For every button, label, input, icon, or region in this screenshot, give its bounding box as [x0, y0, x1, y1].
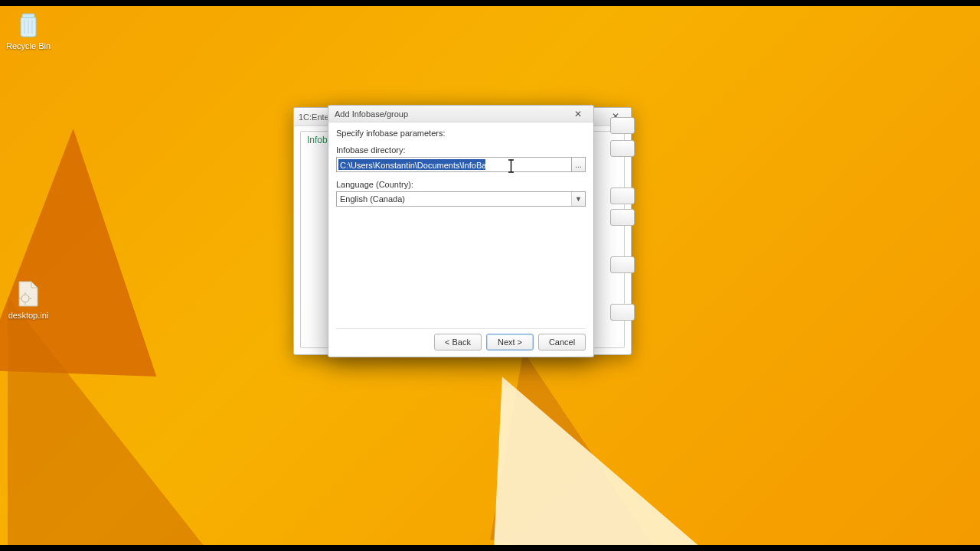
launcher-side-button[interactable]	[610, 187, 635, 204]
launcher-side-button[interactable]	[610, 117, 635, 134]
divider	[336, 328, 586, 329]
svg-rect-1	[22, 14, 34, 18]
launcher-side-button[interactable]	[610, 256, 635, 273]
desktop-ini-label: desktop.ini	[2, 311, 55, 320]
language-select[interactable]: English (Canada) ▼	[336, 191, 586, 207]
wizard-titlebar[interactable]: Add Infobase/group ✕	[328, 106, 593, 122]
wallpaper-shape	[487, 370, 707, 545]
wizard-instruction: Specify infobase parameters:	[336, 129, 586, 138]
file-glyph	[13, 279, 44, 309]
next-button[interactable]: Next >	[486, 334, 534, 350]
next-button-label: Next >	[498, 337, 522, 347]
letterbox-bottom	[0, 545, 980, 551]
add-infobase-window[interactable]: Add Infobase/group ✕ Specify infobase pa…	[328, 105, 594, 357]
language-label: Language (Country):	[336, 180, 586, 189]
infobases-label: Infob	[307, 135, 328, 145]
launcher-title: 1C:Enter	[299, 112, 332, 122]
cancel-button[interactable]: Cancel	[538, 334, 586, 350]
recycle-bin-glyph	[13, 9, 44, 40]
infobase-directory-value: C:\Users\Konstantin\Documents\InfoBase2	[338, 159, 485, 170]
wizard-button-row: < Back Next > Cancel	[434, 334, 586, 350]
wizard-title: Add Infobase/group	[335, 109, 408, 119]
ellipsis-icon: ...	[575, 161, 581, 169]
back-button-label: < Back	[445, 337, 471, 347]
desktop[interactable]: Recycle Bin desktop.ini 1C:Enter ✕ Infob	[0, 6, 980, 545]
wizard-content: Specify infobase parameters: Infobase di…	[336, 129, 586, 328]
recycle-bin-label: Recycle Bin	[2, 41, 55, 51]
cancel-button-label: Cancel	[549, 337, 575, 347]
launcher-side-button[interactable]	[610, 140, 635, 157]
letterbox-top	[0, 0, 980, 6]
language-value: English (Canada)	[340, 194, 405, 204]
wallpaper-shape	[8, 297, 207, 545]
back-button[interactable]: < Back	[434, 334, 482, 350]
recycle-bin-icon[interactable]: Recycle Bin	[2, 9, 55, 51]
chevron-down-icon: ▼	[571, 192, 585, 206]
launcher-side-button[interactable]	[610, 304, 635, 321]
desktop-ini-icon[interactable]: desktop.ini	[2, 279, 55, 320]
launcher-side-button[interactable]	[610, 209, 635, 226]
close-icon[interactable]: ✕	[564, 107, 592, 121]
infobase-directory-input[interactable]: C:\Users\Konstantin\Documents\InfoBase2	[336, 157, 572, 172]
infobase-directory-label: Infobase directory:	[336, 145, 586, 155]
browse-button[interactable]: ...	[572, 157, 586, 172]
